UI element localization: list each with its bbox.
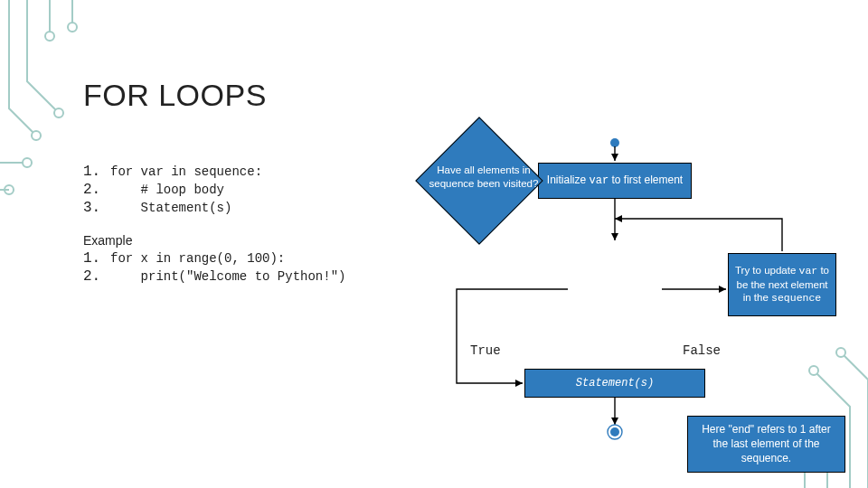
code-text: Statement(s) bbox=[110, 201, 231, 215]
syntax-line: 1.for var in sequence: bbox=[83, 163, 262, 181]
edge-label-false: False bbox=[683, 343, 721, 358]
code-text: # loop body bbox=[110, 183, 224, 197]
code-text: var bbox=[590, 174, 609, 187]
example-block: 1.for x in range(0, 100): 2. print("Welc… bbox=[83, 249, 345, 286]
code-text: for x in range(0, 100): bbox=[110, 251, 285, 266]
flowchart: Initialize var to first element Have all… bbox=[434, 136, 850, 461]
svg-point-1 bbox=[54, 108, 63, 117]
lineno: 2. bbox=[83, 267, 110, 286]
flow-note: Here "end" refers to 1 after the last el… bbox=[687, 416, 845, 473]
text: Try to update bbox=[735, 265, 799, 276]
code-text: Statement(s) bbox=[576, 377, 654, 390]
svg-point-2 bbox=[45, 32, 54, 41]
svg-point-3 bbox=[68, 23, 77, 32]
lineno: 1. bbox=[83, 249, 110, 267]
syntax-line: 2. # loop body bbox=[83, 181, 262, 199]
code-text: sequence bbox=[771, 292, 821, 304]
lineno: 2. bbox=[83, 181, 110, 199]
svg-point-15 bbox=[610, 427, 619, 436]
code-text: for var in sequence: bbox=[110, 164, 262, 179]
flow-statement-node: Statement(s) bbox=[524, 369, 705, 398]
lineno: 3. bbox=[83, 199, 110, 217]
text: been visited? bbox=[474, 178, 538, 189]
text: Have all elements in bbox=[437, 164, 531, 175]
svg-point-0 bbox=[32, 131, 41, 140]
page-title: FOR LOOPS bbox=[83, 78, 267, 113]
text: to first element bbox=[609, 174, 683, 186]
code-text: sequence bbox=[429, 178, 475, 189]
example-line: 1.for x in range(0, 100): bbox=[83, 249, 345, 267]
text: Initialize bbox=[547, 174, 590, 186]
flow-update-node: Try to update var to be the next element… bbox=[728, 253, 836, 316]
example-line: 2. print("Welcome to Python!") bbox=[83, 267, 345, 286]
code-text: var bbox=[799, 265, 818, 277]
syntax-block: 1.for var in sequence: 2. # loop body 3.… bbox=[83, 163, 262, 217]
lineno: 1. bbox=[83, 163, 110, 181]
syntax-line: 3. Statement(s) bbox=[83, 199, 262, 217]
example-label: Example bbox=[83, 233, 132, 248]
svg-point-10 bbox=[610, 138, 619, 147]
flow-init-node: Initialize var to first element bbox=[538, 163, 692, 199]
edge-label-true: True bbox=[470, 343, 501, 358]
code-text: print("Welcome to Python!") bbox=[110, 269, 345, 284]
svg-point-4 bbox=[23, 158, 32, 167]
